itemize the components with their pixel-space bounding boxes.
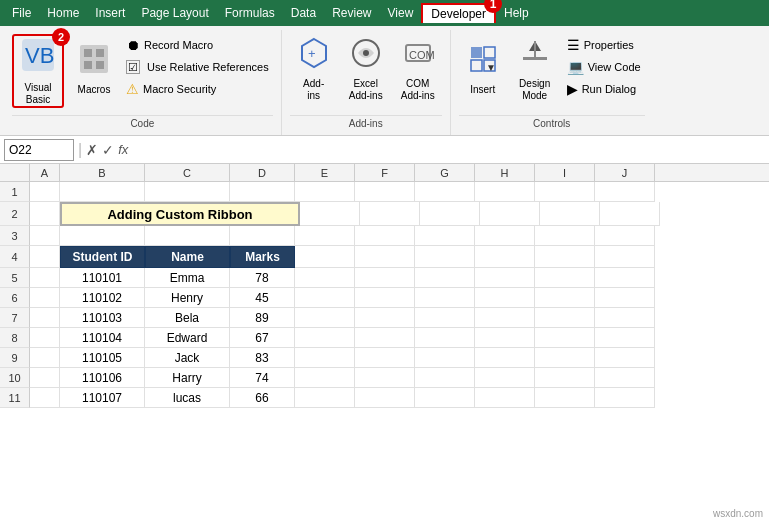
cell-a8[interactable] [30,328,60,348]
cell-g6[interactable] [415,288,475,308]
cell-h1[interactable] [475,182,535,202]
cell-i2[interactable] [540,202,600,226]
run-dialog-button[interactable]: ▶ Run Dialog [563,78,645,100]
cell-h3[interactable] [475,226,535,246]
cell-student-id-9[interactable]: 110105 [60,348,145,368]
cell-j10[interactable] [595,368,655,388]
cell-g4[interactable] [415,246,475,268]
col-h[interactable]: H [475,164,535,181]
cell-h2[interactable] [480,202,540,226]
col-a[interactable]: A [30,164,60,181]
properties-button[interactable]: ☰ Properties [563,34,645,56]
header-marks[interactable]: Marks [230,246,295,268]
menu-data[interactable]: Data [283,4,324,22]
cell-j5[interactable] [595,268,655,288]
cell-a9[interactable] [30,348,60,368]
cell-marks-7[interactable]: 89 [230,308,295,328]
cell-f4[interactable] [355,246,415,268]
cell-j6[interactable] [595,288,655,308]
cell-g1[interactable] [415,182,475,202]
cell-e5[interactable] [295,268,355,288]
cell-i6[interactable] [535,288,595,308]
confirm-icon[interactable]: ✓ [102,142,114,158]
cell-j7[interactable] [595,308,655,328]
cell-e10[interactable] [295,368,355,388]
cell-j4[interactable] [595,246,655,268]
cell-student-id-6[interactable]: 110102 [60,288,145,308]
cell-g2[interactable] [420,202,480,226]
cell-name-6[interactable]: Henry [145,288,230,308]
add-ins-button[interactable]: + Add-ins [290,34,338,104]
cell-marks-9[interactable]: 83 [230,348,295,368]
cell-g9[interactable] [415,348,475,368]
menu-developer[interactable]: Developer 1 [421,3,496,23]
cell-marks-6[interactable]: 45 [230,288,295,308]
cell-e2[interactable] [300,202,360,226]
cell-j11[interactable] [595,388,655,408]
excel-addins-button[interactable]: ExcelAdd-ins [342,34,390,104]
cell-j3[interactable] [595,226,655,246]
cell-name-9[interactable]: Jack [145,348,230,368]
cell-f2[interactable] [360,202,420,226]
cell-e9[interactable] [295,348,355,368]
cell-e1[interactable] [295,182,355,202]
cell-e11[interactable] [295,388,355,408]
use-relative-refs-button[interactable]: ☑ Use Relative References [122,56,273,78]
cell-i5[interactable] [535,268,595,288]
menu-file[interactable]: File [4,4,39,22]
cell-f1[interactable] [355,182,415,202]
cell-h8[interactable] [475,328,535,348]
macro-security-button[interactable]: ⚠ Macro Security [122,78,273,100]
cell-f3[interactable] [355,226,415,246]
cell-g10[interactable] [415,368,475,388]
cell-i11[interactable] [535,388,595,408]
cell-g11[interactable] [415,388,475,408]
cell-h4[interactable] [475,246,535,268]
record-macro-button[interactable]: ⏺ Record Macro [122,34,273,56]
header-student-id[interactable]: Student ID [60,246,145,268]
cell-name-8[interactable]: Edward [145,328,230,348]
cell-f10[interactable] [355,368,415,388]
cell-a10[interactable] [30,368,60,388]
col-d[interactable]: D [230,164,295,181]
cell-marks-5[interactable]: 78 [230,268,295,288]
cell-j8[interactable] [595,328,655,348]
name-box[interactable]: O22 [4,139,74,161]
cell-i10[interactable] [535,368,595,388]
cell-marks-8[interactable]: 67 [230,328,295,348]
cell-f11[interactable] [355,388,415,408]
cell-c3[interactable] [145,226,230,246]
cell-g7[interactable] [415,308,475,328]
cell-i4[interactable] [535,246,595,268]
cell-g5[interactable] [415,268,475,288]
cell-e3[interactable] [295,226,355,246]
cell-a7[interactable] [30,308,60,328]
cell-h7[interactable] [475,308,535,328]
cell-j1[interactable] [595,182,655,202]
cell-h5[interactable] [475,268,535,288]
insert-button[interactable]: ▼ Insert [459,34,507,104]
cell-a5[interactable] [30,268,60,288]
cell-a4[interactable] [30,246,60,268]
title-cell[interactable]: Adding Custom Ribbon [60,202,300,226]
cell-i7[interactable] [535,308,595,328]
cell-name-5[interactable]: Emma [145,268,230,288]
cell-i3[interactable] [535,226,595,246]
com-addins-button[interactable]: COM COMAdd-ins [394,34,442,104]
cell-a2[interactable] [30,202,60,226]
menu-formulas[interactable]: Formulas [217,4,283,22]
col-i[interactable]: I [535,164,595,181]
cell-e8[interactable] [295,328,355,348]
cell-student-id-10[interactable]: 110106 [60,368,145,388]
cell-b1[interactable] [60,182,145,202]
cell-name-11[interactable]: lucas [145,388,230,408]
cell-student-id-11[interactable]: 110107 [60,388,145,408]
cell-a11[interactable] [30,388,60,408]
cell-name-7[interactable]: Bela [145,308,230,328]
formula-input[interactable] [132,139,765,161]
header-name[interactable]: Name [145,246,230,268]
cell-student-id-7[interactable]: 110103 [60,308,145,328]
menu-view[interactable]: View [380,4,422,22]
cell-i1[interactable] [535,182,595,202]
cell-i9[interactable] [535,348,595,368]
